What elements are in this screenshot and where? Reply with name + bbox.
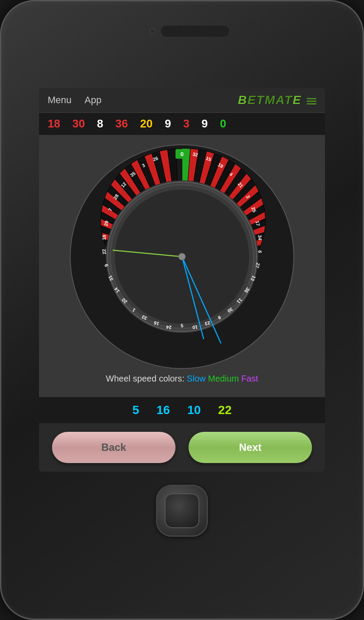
svg-text:34: 34 [257, 235, 263, 241]
app-nav[interactable]: App [84, 95, 101, 106]
camera [149, 27, 156, 35]
speed-label: Wheel speed colors: [106, 374, 184, 383]
svg-text:0: 0 [180, 151, 183, 157]
svg-text:17: 17 [255, 220, 261, 226]
history-bar: 18 30 8 36 20 9 3 9 0 [39, 113, 325, 135]
history-num-8: 9 [202, 117, 208, 131]
back-button[interactable]: Back [52, 432, 176, 463]
history-num-9: 0 [220, 117, 226, 131]
svg-text:24: 24 [166, 325, 172, 330]
svg-text:10: 10 [192, 325, 198, 330]
screen: Menu App BETMATE 18 30 8 36 20 9 3 9 0 [39, 88, 325, 472]
button-row: Back Next [39, 423, 325, 472]
history-num-6: 9 [165, 117, 171, 131]
history-num-2: 30 [72, 117, 85, 131]
svg-text:29: 29 [103, 220, 109, 226]
brand-logo: BETMATE [238, 93, 316, 107]
svg-rect-1 [307, 101, 316, 102]
pred-num-1: 5 [132, 403, 139, 417]
svg-rect-0 [307, 98, 316, 99]
pred-num-2: 16 [156, 403, 170, 417]
history-num-3: 8 [97, 117, 103, 131]
phone-bottom [1, 485, 363, 537]
history-num-7: 3 [183, 117, 189, 131]
svg-rect-2 [307, 103, 316, 104]
prediction-bar: 5 16 10 22 [39, 397, 325, 423]
pred-num-3: 10 [187, 403, 201, 417]
svg-text:18: 18 [101, 235, 107, 241]
speed-info: Wheel speed colors: Slow Medium Fast [106, 374, 258, 388]
pred-num-4: 22 [218, 403, 231, 417]
phone-frame: Menu App BETMATE 18 30 8 36 20 9 3 9 0 [0, 0, 364, 620]
roulette-wheel: 0 32 15 19 4 21 2 25 17 34 6 27 13 36 [69, 144, 295, 369]
history-num-1: 18 [48, 117, 60, 131]
home-button-inner [165, 493, 199, 528]
svg-text:22: 22 [101, 249, 107, 255]
home-button[interactable] [156, 485, 208, 537]
wheel-section: 0 32 15 19 4 21 2 25 17 34 6 27 13 36 [39, 135, 325, 397]
svg-text:5: 5 [181, 323, 183, 328]
phone-top [1, 1, 363, 88]
fast-label: Fast [241, 374, 258, 383]
nav-bar: Menu App BETMATE [39, 88, 325, 113]
next-button[interactable]: Next [188, 432, 312, 463]
medium-label: Medium [208, 374, 239, 383]
svg-text:32: 32 [192, 151, 198, 157]
history-num-4: 36 [115, 117, 128, 131]
svg-point-49 [179, 253, 185, 260]
slow-label: Slow [187, 374, 205, 383]
speaker [160, 25, 230, 37]
history-num-5: 20 [140, 117, 153, 131]
menu-nav[interactable]: Menu [48, 95, 72, 106]
